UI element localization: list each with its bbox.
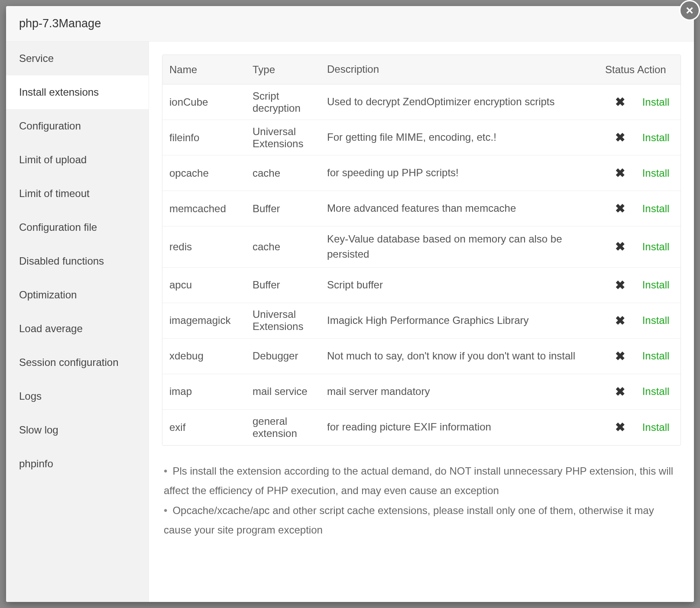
cell-type: Buffer: [249, 203, 323, 215]
col-header-name: Name: [162, 64, 249, 76]
sidebar-item-label: Load average: [19, 323, 83, 335]
sidebar-item-label: Limit of timeout: [19, 188, 90, 200]
table-row: apcuBufferScript buffer✖Install: [162, 268, 681, 303]
note-item: Opcache/xcache/apc and other script cach…: [164, 501, 679, 540]
sidebar-item-label: phpinfo: [19, 458, 53, 470]
php-manage-modal: php-7.3Manage ServiceInstall extensionsC…: [6, 6, 694, 602]
install-button[interactable]: Install: [642, 350, 670, 362]
install-button[interactable]: Install: [642, 314, 670, 326]
install-button[interactable]: Install: [642, 385, 670, 397]
cell-type: Debugger: [249, 350, 323, 362]
cell-status: ✖: [603, 385, 637, 399]
install-button[interactable]: Install: [642, 241, 670, 252]
cell-action: Install: [637, 241, 681, 253]
sidebar-item-label: Slow log: [19, 424, 58, 436]
sidebar-item-label: Configuration file: [19, 221, 97, 233]
cell-action: Install: [637, 421, 681, 433]
install-button[interactable]: Install: [642, 167, 670, 179]
col-header-status: Status: [603, 64, 637, 76]
sidebar-item-label: Logs: [19, 390, 42, 402]
cell-name: exif: [162, 421, 249, 433]
cell-description: Script buffer: [323, 278, 603, 293]
cell-status: ✖: [603, 95, 637, 109]
sidebar: ServiceInstall extensionsConfigurationLi…: [6, 42, 149, 602]
not-installed-icon: ✖: [615, 420, 625, 434]
cell-status: ✖: [603, 239, 637, 254]
cell-type: Universal Extensions: [249, 308, 323, 333]
sidebar-item-label: Optimization: [19, 289, 77, 301]
cell-action: Install: [637, 203, 681, 215]
not-installed-icon: ✖: [615, 95, 625, 109]
install-button[interactable]: Install: [642, 421, 670, 433]
sidebar-item-logs[interactable]: Logs: [6, 379, 149, 413]
cell-type: general extension: [249, 415, 323, 440]
cell-type: mail service: [249, 385, 323, 398]
cell-status: ✖: [603, 166, 637, 180]
not-installed-icon: ✖: [615, 240, 625, 253]
cell-action: Install: [637, 132, 681, 144]
sidebar-item-service[interactable]: Service: [6, 42, 149, 75]
table-body[interactable]: ionCubeScript decryptionUsed to decrypt …: [162, 84, 681, 445]
cell-status: ✖: [603, 420, 637, 434]
sidebar-item-label: Limit of upload: [19, 154, 87, 166]
cell-action: Install: [637, 314, 681, 327]
col-header-action: Action: [637, 64, 681, 76]
sidebar-item-load-average[interactable]: Load average: [6, 312, 149, 346]
not-installed-icon: ✖: [615, 166, 625, 180]
cell-status: ✖: [603, 314, 637, 328]
close-icon: ×: [686, 3, 694, 18]
sidebar-item-limit-of-timeout[interactable]: Limit of timeout: [6, 177, 149, 210]
sidebar-item-limit-of-upload[interactable]: Limit of upload: [6, 143, 149, 177]
install-button[interactable]: Install: [642, 132, 670, 143]
cell-name: memcached: [162, 203, 249, 215]
cell-type: cache: [249, 241, 323, 253]
cell-type: Script decryption: [249, 90, 323, 114]
notes-section: Pls install the extension according to t…: [162, 446, 681, 544]
modal-title: php-7.3Manage: [6, 6, 694, 42]
sidebar-item-configuration-file[interactable]: Configuration file: [6, 210, 149, 244]
sidebar-item-phpinfo[interactable]: phpinfo: [6, 447, 149, 481]
install-button[interactable]: Install: [642, 203, 670, 214]
table-row: exifgeneral extensionfor reading picture…: [162, 410, 681, 445]
col-header-desc: Description: [323, 62, 603, 77]
table-row: ionCubeScript decryptionUsed to decrypt …: [162, 84, 681, 120]
sidebar-item-configuration[interactable]: Configuration: [6, 109, 149, 143]
table-row: rediscacheKey-Value database based on me…: [162, 226, 681, 268]
sidebar-item-optimization[interactable]: Optimization: [6, 278, 149, 312]
cell-action: Install: [637, 96, 681, 108]
cell-type: Universal Extensions: [249, 126, 323, 150]
cell-status: ✖: [603, 201, 637, 216]
cell-name: ionCube: [162, 96, 249, 108]
cell-name: imap: [162, 385, 249, 398]
cell-status: ✖: [603, 278, 637, 292]
cell-description: mail server mandatory: [323, 384, 603, 399]
sidebar-item-session-configuration[interactable]: Session configuration: [6, 346, 149, 379]
cell-description: for reading picture EXIF information: [323, 420, 603, 435]
install-button[interactable]: Install: [642, 279, 670, 291]
sidebar-item-install-extensions[interactable]: Install extensions: [6, 75, 149, 109]
main-panel: Name Type Description Status Action ionC…: [149, 42, 694, 602]
sidebar-item-disabled-functions[interactable]: Disabled functions: [6, 244, 149, 278]
not-installed-icon: ✖: [615, 385, 625, 398]
not-installed-icon: ✖: [615, 131, 625, 144]
sidebar-item-slow-log[interactable]: Slow log: [6, 413, 149, 447]
cell-name: xdebug: [162, 350, 249, 362]
not-installed-icon: ✖: [615, 202, 625, 215]
table-row: imagemagickUniversal ExtensionsImagick H…: [162, 303, 681, 339]
table-row: imapmail servicemail server mandatory✖In…: [162, 374, 681, 410]
table-header-row: Name Type Description Status Action: [162, 55, 681, 84]
not-installed-icon: ✖: [615, 278, 625, 292]
modal-title-text: php-7.3Manage: [19, 17, 101, 30]
table-row: memcachedBufferMore advanced features th…: [162, 191, 681, 226]
cell-name: apcu: [162, 279, 249, 291]
close-button[interactable]: ×: [679, 0, 700, 21]
install-button[interactable]: Install: [642, 96, 670, 108]
cell-status: ✖: [603, 349, 637, 363]
cell-description: Used to decrypt ZendOptimizer encryption…: [323, 94, 603, 110]
table-row: xdebugDebuggerNot much to say, don't kno…: [162, 339, 681, 374]
cell-action: Install: [637, 279, 681, 291]
cell-name: fileinfo: [162, 132, 249, 144]
cell-action: Install: [637, 350, 681, 362]
table-row: fileinfoUniversal ExtensionsFor getting …: [162, 120, 681, 155]
cell-description: More advanced features than memcache: [323, 201, 603, 216]
